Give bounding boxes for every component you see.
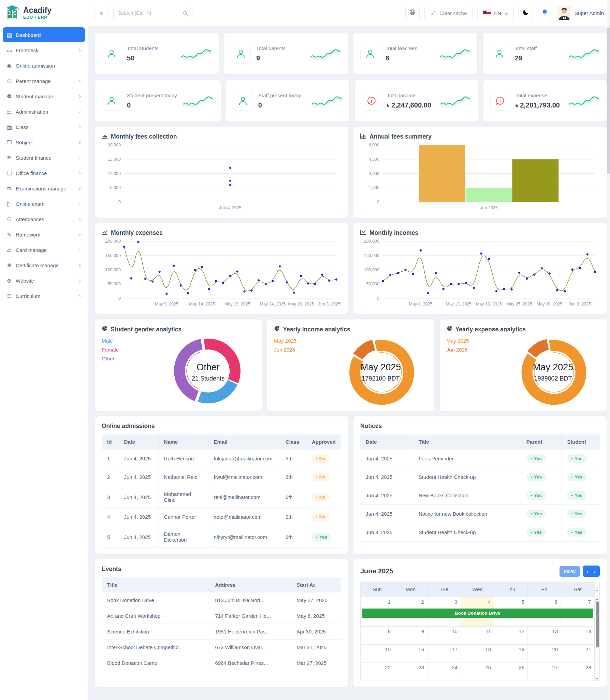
- stat-card-total-expense: Total expense৳ 2,201,793.00: [483, 80, 607, 122]
- calendar-day-23[interactable]: 23: [394, 663, 427, 681]
- sidebar-item-online-exam[interactable]: ▯Online exam›: [3, 196, 85, 211]
- page-scrollbar-thumb[interactable]: [607, 27, 610, 174]
- calendar-day-26[interactable]: 26: [494, 663, 528, 681]
- calendar-today-button[interactable]: today: [560, 566, 580, 577]
- legend-item-other[interactable]: Other: [102, 356, 119, 361]
- calendar-day-24[interactable]: 24: [427, 663, 461, 681]
- notifications-button[interactable]: [538, 6, 552, 20]
- user-menu[interactable]: Super Admin: [557, 6, 604, 20]
- calendar-day-10[interactable]: 10: [427, 627, 461, 644]
- calendar-day-27[interactable]: 27: [528, 663, 561, 681]
- svg-text:May 9, 2025: May 9, 2025: [155, 302, 178, 306]
- column-header-date: Date: [360, 434, 413, 449]
- sidebar-item-administration[interactable]: ☷Administration›: [3, 104, 85, 119]
- annual-fees-summary-card: Annual fees summery 01,5003,0004,5006,00…: [353, 127, 607, 218]
- calendar-day-22[interactable]: 22: [361, 663, 394, 681]
- calendar-day-21[interactable]: 21: [561, 645, 594, 662]
- app-logo[interactable]: Acadify EDU - ERP: [0, 0, 88, 26]
- person-check-icon: ⚇: [7, 216, 16, 223]
- search-input[interactable]: [114, 6, 192, 20]
- legend-item-female[interactable]: Female: [102, 347, 119, 353]
- calendar-day-19[interactable]: 19: [494, 645, 528, 662]
- sidebar-item-online-admission[interactable]: ◉Online admission: [3, 58, 85, 73]
- status-badge: ●Yes: [526, 528, 546, 537]
- calendar-day-11[interactable]: 11: [461, 627, 494, 644]
- sidebar-item-office-finance[interactable]: ❏Office finance›: [3, 166, 85, 181]
- calendar-day-25[interactable]: 25: [461, 663, 494, 681]
- table-cell: 5: [102, 526, 118, 548]
- sidebar-item-label: Card manage: [16, 247, 79, 253]
- calendar-day-8[interactable]: 8: [361, 627, 394, 644]
- svg-text:May 24, 2025: May 24, 2025: [260, 302, 286, 306]
- sidebar-item-curriculum[interactable]: ☰Curriculum›: [3, 288, 85, 303]
- calendar-event[interactable]: Book Donation Drive: [362, 609, 593, 618]
- legend-item-male[interactable]: Male: [102, 338, 119, 344]
- status-badge: ●Yes: [312, 533, 331, 541]
- sidebar: Acadify EDU - ERP ▤Dashboard▭Frontdesk›◉…: [0, 0, 88, 700]
- sidebar-item-examinations-manage[interactable]: ⧉Examinations manage›: [3, 181, 85, 196]
- calendar-day-15[interactable]: 15: [361, 645, 394, 662]
- sidebar-item-class[interactable]: ▦Class›: [3, 119, 85, 134]
- table-cell: reni@mailinator.com: [208, 486, 280, 508]
- calendar-day-16[interactable]: 16: [394, 645, 427, 662]
- chart-legend: MaleFemaleOther: [102, 338, 119, 361]
- status-badge: ●Yes: [526, 473, 546, 481]
- dark-mode-button[interactable]: [519, 6, 533, 20]
- status-badge: ●Yes: [567, 491, 586, 500]
- calendar-scrollbar[interactable]: ▲▼ ▲ ▼: [594, 582, 599, 681]
- stat-value: 9: [256, 54, 286, 62]
- sidebar-item-card-manage[interactable]: ▱Card manage›: [3, 242, 85, 257]
- clear-cache-button[interactable]: Clear cache: [424, 6, 473, 20]
- stat-card-total-parents: Total parents9: [224, 33, 348, 74]
- svg-text:May 19, 2025: May 19, 2025: [476, 302, 502, 306]
- sidebar-item-frontdesk[interactable]: ▭Frontdesk›: [3, 43, 85, 58]
- sidebar-item-student-finance[interactable]: ℗Student finance›: [3, 150, 85, 165]
- table-cell: 3: [102, 486, 118, 508]
- chevron-right-icon[interactable]: ›: [594, 568, 596, 574]
- svg-text:1792100 BDT: 1792100 BDT: [362, 375, 400, 382]
- sidebar-item-website[interactable]: ⊕Website›: [3, 273, 85, 288]
- calendar-day-18[interactable]: 18: [461, 645, 494, 662]
- calendar-day-28[interactable]: 28: [561, 663, 594, 681]
- us-flag-icon: [483, 11, 491, 16]
- user-name: Super Admin: [575, 10, 604, 16]
- sidebar-item-student-manage[interactable]: ⚉Student manage›: [3, 89, 85, 104]
- sidebar-item-parent-manage[interactable]: ⚇Parent manage›: [3, 73, 85, 88]
- calendar-day-12[interactable]: 12: [494, 627, 528, 644]
- scroll-down-icon[interactable]: ▼: [596, 677, 598, 680]
- stat-card-total-teachers: Total teachers6: [353, 33, 477, 74]
- scroll-up-icon[interactable]: ▲: [596, 598, 598, 600]
- language-selector[interactable]: EN: [477, 6, 514, 20]
- globe-button[interactable]: [405, 6, 420, 20]
- sidebar-item-homework[interactable]: ✎Homework›: [3, 227, 85, 242]
- calendar-day-17[interactable]: 17: [427, 645, 461, 662]
- status-badge: ●Yes: [526, 510, 546, 518]
- legend-item-may-2025[interactable]: May 2025: [447, 338, 469, 344]
- column-header-email: Email: [208, 434, 280, 449]
- calendar-day-20[interactable]: 20: [528, 645, 561, 662]
- sidebar-item-subject[interactable]: ❐Subject›: [3, 135, 85, 150]
- chevron-left-icon[interactable]: ‹: [587, 568, 589, 574]
- sidebar-item-certificate-manage[interactable]: ❖Certificate manage›: [3, 258, 85, 273]
- table-cell: Jun 4, 2025: [360, 449, 413, 468]
- calendar-nav-buttons[interactable]: ‹›: [583, 566, 600, 577]
- sidebar-item-dashboard[interactable]: ▤Dashboard: [3, 27, 85, 42]
- legend-item-jun-2025[interactable]: Jun 2025: [274, 347, 296, 353]
- table-cell: May 6, 2025: [291, 608, 341, 624]
- scrollbar-arrows[interactable]: ▲▼: [595, 582, 599, 597]
- calendar-day-14[interactable]: 14: [561, 627, 594, 644]
- chevron-right-icon: ›: [79, 216, 81, 223]
- calendar-day-13[interactable]: 13: [528, 627, 561, 644]
- legend-item-jun-2025[interactable]: Jun 2025: [447, 347, 469, 353]
- sidebar-collapse-button[interactable]: «: [94, 6, 108, 20]
- events-table: TitleAddressStart AtBook Donation Drive8…: [102, 577, 341, 671]
- card-list-icon: ☷: [7, 109, 16, 115]
- legend-item-may-2025[interactable]: May 2025: [274, 338, 296, 344]
- scrollbar-thumb[interactable]: [596, 601, 599, 647]
- table-cell: Apr 30, 2025: [291, 624, 341, 640]
- calendar-day-9[interactable]: 9: [394, 627, 427, 644]
- page-scrollbar[interactable]: [607, 0, 610, 700]
- notices-table: DateTitleParentStudentJun 4, 2025Fees Re…: [360, 434, 600, 542]
- chevron-right-icon: ›: [79, 277, 81, 284]
- sidebar-item-attendances[interactable]: ⚇Attendances›: [3, 212, 85, 227]
